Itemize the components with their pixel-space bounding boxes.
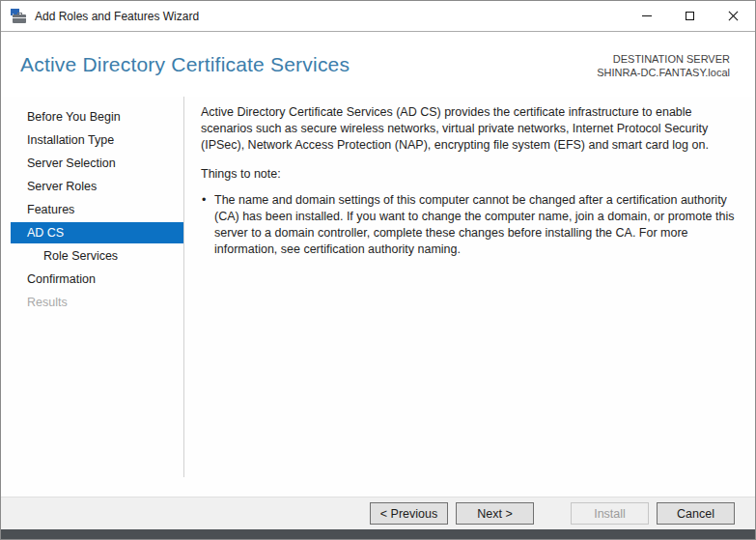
bottom-strip xyxy=(1,529,755,539)
note-item: The name and domain settings of this com… xyxy=(201,192,738,258)
next-button[interactable]: Next > xyxy=(456,502,534,525)
sidebar-item-features[interactable]: Features xyxy=(1,198,184,221)
close-button[interactable] xyxy=(712,1,755,31)
adcs-description-text: Active Directory Certificate Services (A… xyxy=(201,104,738,154)
destination-server-block: DESTINATION SERVER SHINRA-DC.FANTASY.loc… xyxy=(597,50,730,79)
sidebar-item-label: Role Services xyxy=(43,249,118,263)
destination-server-name: SHINRA-DC.FANTASY.local xyxy=(597,66,730,79)
sidebar-item-label: Installation Type xyxy=(27,133,114,147)
install-button: Install xyxy=(571,502,649,525)
sidebar-item-label: Server Roles xyxy=(27,180,97,193)
sidebar-item-label: AD CS xyxy=(27,226,64,240)
maximize-button[interactable] xyxy=(668,1,712,31)
title-bar: Add Roles and Features Wizard xyxy=(1,1,755,32)
minimize-button[interactable] xyxy=(625,1,668,31)
notes-list: The name and domain settings of this com… xyxy=(201,192,738,258)
sidebar-item-label: Features xyxy=(27,203,74,216)
sidebar-item-label: Results xyxy=(27,296,68,309)
previous-button[interactable]: < Previous xyxy=(370,502,448,525)
wizard-header: Active Directory Certificate Services DE… xyxy=(1,32,755,97)
window-title: Add Roles and Features Wizard xyxy=(35,10,199,23)
sidebar-item-label: Server Selection xyxy=(27,156,116,170)
cancel-button[interactable]: Cancel xyxy=(657,502,735,525)
destination-server-label: DESTINATION SERVER xyxy=(597,52,730,66)
sidebar-item-confirmation[interactable]: Confirmation xyxy=(1,268,184,291)
sidebar-item-server-roles[interactable]: Server Roles xyxy=(1,175,184,198)
sidebar-item-label: Confirmation xyxy=(27,272,96,286)
sidebar-item-server-selection[interactable]: Server Selection xyxy=(1,152,184,175)
sidebar-item-label: Before You Begin xyxy=(27,110,121,124)
maximize-icon xyxy=(686,12,694,20)
wizard-footer: < Previous Next > Install Cancel xyxy=(1,497,755,529)
wizard-steps-sidebar: Before You Begin Installation Type Serve… xyxy=(1,97,184,497)
sidebar-item-role-services[interactable]: Role Services xyxy=(1,244,184,268)
wizard-body: Before You Begin Installation Type Serve… xyxy=(1,97,755,497)
sidebar-item-results: Results xyxy=(1,291,184,314)
sidebar-item-installation-type[interactable]: Installation Type xyxy=(1,128,184,152)
server-manager-toolbox-icon xyxy=(11,9,28,24)
wizard-content-pane: Active Directory Certificate Services (A… xyxy=(184,97,755,497)
minimize-icon xyxy=(642,15,652,16)
things-to-note-heading: Things to note: xyxy=(201,166,738,183)
wizard-window: Add Roles and Features Wizard Active Dir… xyxy=(0,0,756,540)
sidebar-item-ad-cs[interactable]: AD CS xyxy=(11,222,183,243)
close-icon xyxy=(728,11,739,21)
sidebar-item-before-you-begin[interactable]: Before You Begin xyxy=(1,105,184,128)
page-title: Active Directory Certificate Services xyxy=(20,53,350,76)
